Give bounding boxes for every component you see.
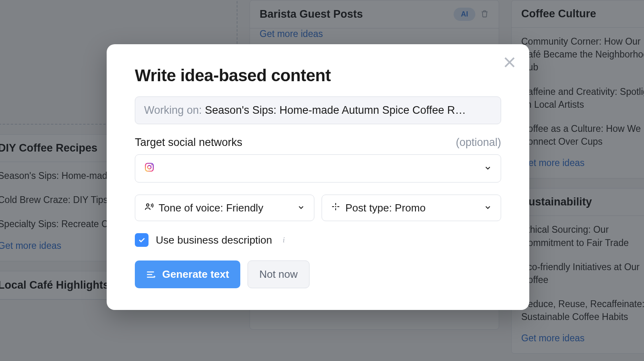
modal-title: Write idea-based content xyxy=(135,66,501,85)
crosshair-icon xyxy=(331,202,341,214)
networks-label-row: Target social networks (optional) xyxy=(135,136,501,149)
chevron-down-icon xyxy=(297,202,305,214)
not-now-label: Not now xyxy=(259,268,297,281)
target-networks-select[interactable] xyxy=(135,154,501,183)
generate-text-button[interactable]: Generate text xyxy=(135,260,240,288)
working-on-value: Season's Sips: Home-made Autumn Spice Co… xyxy=(205,104,466,116)
person-voice-icon xyxy=(144,202,154,214)
post-type-label: Post type: Promo xyxy=(345,202,425,214)
info-icon[interactable]: i xyxy=(279,236,288,244)
post-type-select[interactable]: Post type: Promo xyxy=(322,195,501,221)
generate-text-label: Generate text xyxy=(162,268,229,281)
svg-point-4 xyxy=(335,206,336,207)
chevron-down-icon xyxy=(484,202,492,214)
close-button[interactable] xyxy=(502,55,517,70)
not-now-button[interactable]: Not now xyxy=(248,260,309,288)
generate-icon xyxy=(146,269,157,280)
svg-point-2 xyxy=(151,164,153,165)
working-on-prefix: Working on: xyxy=(144,104,205,116)
tone-of-voice-label: Tone of voice: Friendly xyxy=(159,202,263,214)
chevron-down-icon xyxy=(484,162,492,175)
svg-point-1 xyxy=(148,165,151,169)
write-content-modal: Write idea-based content Working on: Sea… xyxy=(107,44,529,310)
svg-point-3 xyxy=(147,204,149,206)
use-business-description-label: Use business description xyxy=(156,234,272,246)
use-business-description-checkbox[interactable] xyxy=(135,233,149,247)
tone-of-voice-select[interactable]: Tone of voice: Friendly xyxy=(135,195,314,221)
optional-label: (optional) xyxy=(456,136,501,149)
instagram-icon xyxy=(144,162,155,175)
networks-label: Target social networks xyxy=(135,136,242,149)
working-on-field[interactable]: Working on: Season's Sips: Home-made Aut… xyxy=(135,96,501,124)
